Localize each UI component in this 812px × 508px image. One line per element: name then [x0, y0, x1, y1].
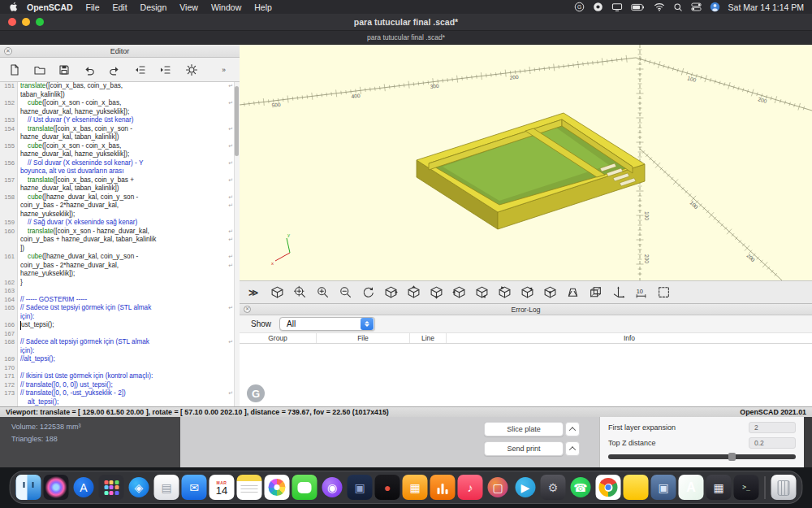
undo-icon[interactable] — [80, 60, 99, 80]
android-studio-dock-icon[interactable]: A — [679, 475, 704, 500]
trash-dock-icon[interactable] — [771, 475, 797, 500]
whatsapp-dock-icon[interactable]: ☎ — [568, 475, 594, 500]
messages-dock-icon[interactable] — [292, 475, 317, 500]
collapse-chevron-icon[interactable] — [565, 441, 580, 456]
column-header-file[interactable]: File — [317, 333, 410, 343]
column-header-line[interactable]: Line — [410, 333, 447, 343]
code-line[interactable]: 170 — [0, 364, 240, 373]
collapse-chevron-icon[interactable] — [565, 422, 580, 436]
code-line[interactable]: 163 — [0, 287, 240, 296]
menu-design[interactable]: Design — [134, 2, 174, 12]
numbers-dock-icon[interactable]: ▦ — [403, 475, 428, 500]
app-store-dock-icon[interactable]: A — [71, 475, 97, 500]
code-line[interactable]: 169//alt_tepsi(); — [0, 355, 240, 364]
code-line[interactable]: için): — [0, 347, 240, 356]
wifi-icon[interactable] — [654, 2, 665, 11]
code-line[interactable]: hazne_duvar_kal, hazne_yukseklik]); — [0, 108, 240, 117]
settings-dock-icon[interactable]: ⚙ — [541, 475, 566, 500]
music-dock-icon[interactable]: ♪ — [458, 475, 483, 500]
axes-icon[interactable] — [610, 284, 626, 301]
battery-icon[interactable] — [631, 3, 646, 11]
user-avatar[interactable] — [710, 2, 720, 12]
preview-cube-icon[interactable] — [269, 284, 285, 301]
column-header-group[interactable]: Group — [240, 333, 317, 343]
podcasts-dock-icon[interactable]: ◉ — [320, 475, 345, 500]
send-print-button[interactable]: Send print — [484, 441, 564, 456]
yellow-app-dock-icon[interactable] — [624, 475, 649, 500]
slice-plate-button[interactable]: Slice plate — [484, 422, 564, 436]
code-line[interactable]: için): — [0, 313, 240, 322]
view-left-icon[interactable] — [451, 284, 467, 301]
code-line[interactable]: 167 — [0, 330, 240, 339]
orthographic-icon[interactable] — [587, 284, 603, 301]
code-line[interactable]: hazne_duvar_kal, taban_kalinlik]) — [0, 133, 240, 142]
code-line[interactable]: ]) — [0, 245, 240, 254]
code-line[interactable]: taban_kalinlik]) — [0, 91, 240, 100]
view-diagonal-icon[interactable] — [519, 284, 535, 301]
stocks-chart-dock-icon[interactable] — [430, 475, 456, 500]
render-chevrons-icon[interactable]: ≫ — [246, 284, 262, 301]
code-line[interactable]: 154 translate([coin_x_bas, coin_y_son -↵ — [0, 125, 240, 134]
menu-edit[interactable]: Edit — [106, 2, 134, 12]
close-window-button[interactable] — [8, 18, 16, 26]
close-error-log-button[interactable]: ✕ — [244, 306, 251, 313]
chrome-dock-icon[interactable] — [596, 475, 621, 500]
code-line[interactable]: 157 translate([coin_x_bas, coin_y_bas +↵ — [0, 176, 240, 185]
setting-value-field[interactable]: 2 — [749, 422, 796, 433]
editor-scrollbar[interactable] — [234, 82, 240, 406]
code-line[interactable]: 166ust_tepsi(); — [0, 321, 240, 330]
unindent-icon[interactable] — [130, 60, 149, 80]
code-line[interactable]: 159 // Sağ duvar (X ekseninde sağ kenar) — [0, 219, 240, 228]
setting-value-field[interactable]: 0.2 — [749, 437, 796, 449]
view-right-icon[interactable] — [382, 284, 399, 301]
indent-icon[interactable] — [155, 60, 175, 80]
code-line[interactable]: hazne_duvar_kal, taban_kalinlik]) — [0, 185, 240, 193]
editor-scrollbar-thumb[interactable] — [235, 86, 239, 156]
save-icon[interactable] — [55, 60, 75, 80]
app-circle-icon[interactable]: G — [574, 2, 585, 12]
safari-dock-icon[interactable]: ◈ — [127, 475, 152, 500]
scale-markers-icon[interactable]: 10 — [633, 284, 649, 301]
code-line[interactable]: hazne_yukseklik]); — [0, 270, 240, 279]
freeform-dock-icon[interactable]: ▣ — [348, 475, 373, 500]
code-line[interactable]: 155 cube([coin_x_son - coin_x_bas,↵ — [0, 142, 240, 151]
code-line[interactable]: 152 cube([coin_x_son - coin_x_bas,↵ — [0, 99, 240, 108]
notes-dock-icon[interactable] — [237, 475, 262, 500]
code-line[interactable]: 161 cube([hazne_duvar_kal, coin_y_son -↵ — [0, 253, 240, 262]
menubar-clock[interactable]: Sat Mar 14 1:14 PM — [728, 2, 804, 12]
zoom-window-button[interactable] — [36, 18, 44, 26]
code-line[interactable]: boyunca, alt ve üst duvarların arası — [0, 167, 240, 176]
menu-help[interactable]: Help — [248, 2, 279, 12]
siri-dock-icon[interactable] — [44, 475, 69, 500]
code-line[interactable]: 173// translate([0, 0, -ust_yukseklik - … — [0, 389, 240, 398]
close-editor-button[interactable]: ✕ — [4, 47, 12, 55]
code-line[interactable]: coin_y_bas - 2*hazne_duvar_kal,↵ — [0, 262, 240, 271]
zoom-in-icon[interactable] — [314, 284, 330, 301]
slider-handle[interactable] — [728, 453, 736, 461]
camera-gradient-dock-icon[interactable]: ▢ — [486, 475, 511, 500]
mail-dock-icon[interactable]: ✉ — [182, 475, 207, 500]
remote-desktop-dock-icon[interactable]: ▣ — [651, 475, 676, 500]
search-icon[interactable] — [673, 2, 683, 12]
viewport-canvas[interactable]: 500400300200100200100200100200xy — [240, 45, 812, 280]
display-icon[interactable] — [611, 2, 623, 12]
calendar-dock-icon[interactable]: MAR14 — [209, 475, 235, 500]
code-line[interactable]: hazne_yukseklik]); — [0, 211, 240, 219]
photos-dock-icon[interactable] — [265, 475, 290, 500]
code-area[interactable]: 151translate([coin_x_bas, coin_y_bas,↵ta… — [0, 82, 240, 406]
menu-view[interactable]: View — [173, 2, 205, 12]
view-top-icon[interactable] — [405, 284, 421, 301]
code-line[interactable]: 168// Sadece alt tepsiyi görmek için (ST… — [0, 338, 240, 347]
code-line[interactable]: 172// translate([0, 0, 0]) ust_tepsi(); — [0, 381, 240, 390]
telegram-dock-icon[interactable]: ▶ — [513, 475, 538, 500]
menu-window[interactable]: Window — [205, 2, 248, 12]
code-line[interactable]: hazne_duvar_kal, hazne_yukseklik]); — [0, 150, 240, 159]
new-file-icon[interactable] — [5, 60, 24, 80]
view-front-icon[interactable] — [473, 284, 490, 301]
log-filter-dropdown[interactable]: All — [279, 317, 375, 331]
settings-slider[interactable] — [608, 454, 796, 459]
grammarly-overlay-icon[interactable]: G — [247, 384, 265, 402]
finder-dock-icon[interactable] — [16, 475, 41, 500]
redo-icon[interactable] — [105, 60, 124, 80]
files-dock-icon[interactable]: ▤ — [154, 475, 179, 500]
